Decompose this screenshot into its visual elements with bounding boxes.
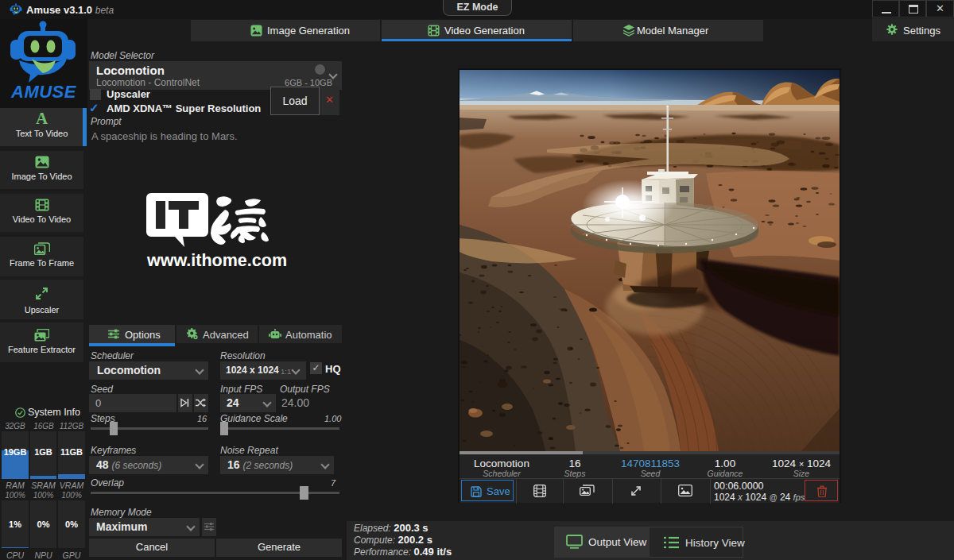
svg-text:www.ithome.com: www.ithome.com [146, 251, 287, 270]
